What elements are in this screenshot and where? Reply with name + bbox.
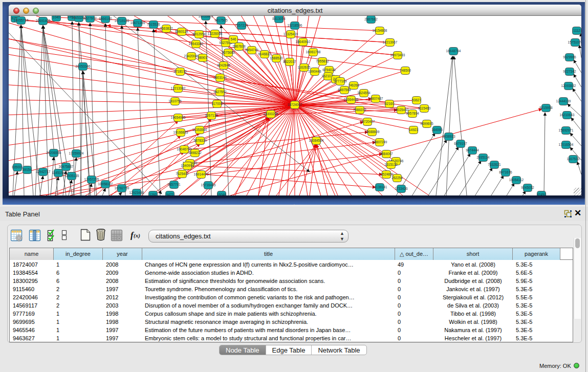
svg-text:9817505: 9817505 bbox=[214, 18, 228, 22]
svg-text:(x): (x) bbox=[134, 232, 140, 239]
svg-text:18724007: 18724007 bbox=[288, 103, 302, 106]
svg-text:19384554: 19384554 bbox=[309, 139, 324, 142]
svg-text:1733426: 1733426 bbox=[395, 187, 408, 190]
svg-text:1810755: 1810755 bbox=[168, 99, 182, 103]
svg-text:10807487: 10807487 bbox=[368, 97, 383, 100]
svg-text:6479197: 6479197 bbox=[454, 142, 467, 145]
svg-text:9474444: 9474444 bbox=[466, 148, 479, 152]
svg-text:17359924: 17359924 bbox=[69, 151, 84, 155]
svg-text:16914479: 16914479 bbox=[194, 172, 209, 176]
svg-text:19654985: 19654985 bbox=[171, 116, 186, 119]
svg-text:19166825: 19166825 bbox=[173, 130, 188, 134]
svg-text:7515526: 7515526 bbox=[147, 23, 160, 26]
svg-text:9884067: 9884067 bbox=[380, 152, 393, 156]
svg-text:2803144: 2803144 bbox=[213, 76, 227, 79]
svg-text:12213382: 12213382 bbox=[171, 86, 186, 90]
svg-text:13524851: 13524851 bbox=[379, 172, 394, 176]
svg-text:14139141: 14139141 bbox=[373, 185, 387, 189]
svg-text:1292: 1292 bbox=[149, 193, 157, 195]
svg-text:18300295: 18300295 bbox=[264, 112, 278, 116]
svg-text:16154808: 16154808 bbox=[373, 29, 387, 32]
svg-text:16782759: 16782759 bbox=[115, 186, 129, 190]
svg-text:748500: 748500 bbox=[400, 69, 411, 72]
svg-text:6466160: 6466160 bbox=[99, 17, 112, 20]
svg-text:1167533: 1167533 bbox=[567, 157, 580, 161]
svg-text:20206555: 20206555 bbox=[47, 151, 61, 155]
svg-text:2867608: 2867608 bbox=[232, 45, 246, 48]
svg-text:9329966: 9329966 bbox=[563, 55, 576, 59]
svg-text:16961758: 16961758 bbox=[306, 50, 321, 54]
svg-text:11353554: 11353554 bbox=[192, 128, 207, 132]
svg-text:5878334: 5878334 bbox=[193, 139, 207, 142]
svg-text:9242848: 9242848 bbox=[217, 63, 230, 67]
svg-text:16210643: 16210643 bbox=[560, 113, 575, 117]
svg-text:92450: 92450 bbox=[537, 193, 546, 195]
svg-text:9957894: 9957894 bbox=[406, 112, 419, 115]
svg-text:10046788: 10046788 bbox=[177, 147, 192, 151]
svg-text:39154: 39154 bbox=[23, 168, 32, 171]
svg-text:835001: 835001 bbox=[12, 165, 23, 169]
svg-text:12444139: 12444139 bbox=[556, 99, 571, 103]
svg-text:16046: 16046 bbox=[217, 193, 226, 195]
svg-text:6497568: 6497568 bbox=[338, 88, 351, 92]
svg-text:12505135: 12505135 bbox=[64, 174, 79, 178]
svg-text:1588520: 1588520 bbox=[270, 56, 283, 60]
svg-text:3675685: 3675685 bbox=[222, 51, 235, 54]
svg-text:62160: 62160 bbox=[385, 102, 394, 105]
svg-text:9227342: 9227342 bbox=[563, 70, 576, 73]
svg-text:53627: 53627 bbox=[412, 98, 421, 102]
svg-text:12923446: 12923446 bbox=[129, 191, 144, 194]
svg-text:12213967: 12213967 bbox=[383, 40, 398, 44]
svg-text:16033809: 16033809 bbox=[199, 16, 213, 18]
svg-text:1990448: 1990448 bbox=[308, 70, 321, 73]
svg-text:98901: 98901 bbox=[198, 56, 207, 59]
svg-text:9115460: 9115460 bbox=[418, 106, 431, 110]
svg-text:12942717: 12942717 bbox=[36, 170, 51, 173]
svg-text:8454749: 8454749 bbox=[245, 48, 258, 52]
svg-text:14055714: 14055714 bbox=[14, 18, 29, 22]
svg-text:8471676: 8471676 bbox=[499, 170, 512, 174]
svg-text:10025453: 10025453 bbox=[394, 108, 409, 112]
svg-text:10688609: 10688609 bbox=[365, 130, 380, 134]
svg-text:3498222: 3498222 bbox=[188, 151, 202, 155]
svg-text:17016504: 17016504 bbox=[559, 143, 574, 146]
svg-text:17957255: 17957255 bbox=[84, 178, 99, 181]
svg-text:11325419: 11325419 bbox=[284, 32, 298, 36]
svg-text:9427552: 9427552 bbox=[213, 90, 227, 94]
svg-text:16648784: 16648784 bbox=[446, 49, 461, 53]
svg-text:8813054: 8813054 bbox=[272, 17, 286, 20]
svg-text:7663822: 7663822 bbox=[160, 27, 173, 30]
svg-text:9245052: 9245052 bbox=[521, 186, 534, 189]
svg-text:15720407: 15720407 bbox=[360, 120, 375, 123]
svg-text:7357224: 7357224 bbox=[235, 24, 248, 27]
svg-text:18807249: 18807249 bbox=[373, 140, 387, 144]
svg-text:8322037: 8322037 bbox=[283, 60, 296, 63]
svg-text:317006: 317006 bbox=[211, 102, 223, 105]
svg-text:13226058: 13226058 bbox=[208, 32, 223, 35]
svg-text:10719155: 10719155 bbox=[115, 19, 129, 23]
svg-text:7955812: 7955812 bbox=[316, 59, 329, 63]
svg-text:15692971: 15692971 bbox=[559, 128, 574, 132]
svg-text:10543382: 10543382 bbox=[189, 42, 204, 46]
svg-text:9777169: 9777169 bbox=[334, 79, 347, 83]
svg-text:7986372: 7986372 bbox=[353, 108, 366, 112]
svg-text:1112: 1112 bbox=[573, 29, 580, 32]
svg-text:18640910: 18640910 bbox=[296, 40, 311, 43]
svg-text:3624554: 3624554 bbox=[357, 91, 371, 95]
svg-text:10671355: 10671355 bbox=[130, 21, 145, 25]
svg-text:546: 546 bbox=[231, 37, 236, 41]
svg-text:1162615: 1162615 bbox=[298, 65, 311, 69]
svg-text:9472: 9472 bbox=[166, 193, 174, 195]
svg-text:10973493: 10973493 bbox=[390, 53, 405, 57]
svg-text:9146821: 9146821 bbox=[258, 52, 271, 56]
svg-text:20364436: 20364436 bbox=[344, 98, 359, 101]
svg-text:23420046: 23420046 bbox=[184, 54, 199, 58]
svg-text:10958107: 10958107 bbox=[98, 182, 113, 186]
svg-text:9857791: 9857791 bbox=[167, 183, 181, 186]
svg-text:1540994: 1540994 bbox=[181, 164, 194, 167]
svg-text:8215958: 8215958 bbox=[539, 106, 553, 110]
svg-text:7625402: 7625402 bbox=[176, 172, 189, 176]
svg-text:2887682: 2887682 bbox=[364, 17, 378, 21]
svg-text:12093832: 12093832 bbox=[561, 84, 576, 87]
svg-text:19218596: 19218596 bbox=[288, 24, 302, 27]
